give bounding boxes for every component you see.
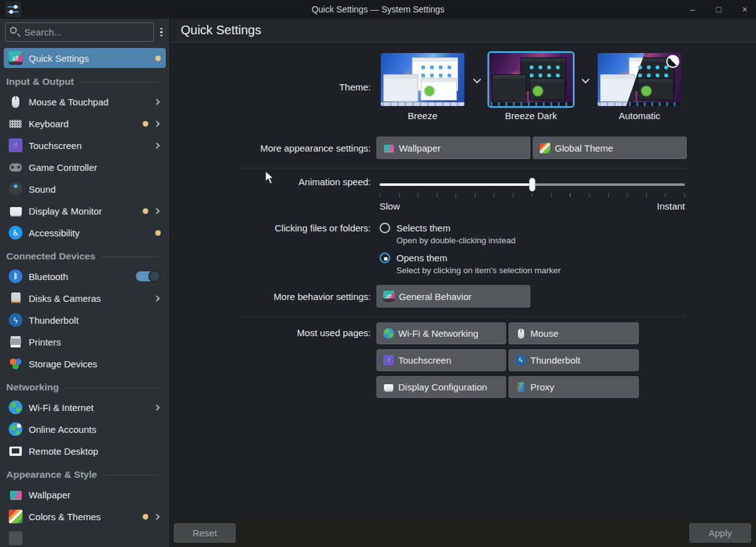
section-header-connected-devices: Connected Devices bbox=[6, 251, 165, 262]
sidebar-item-printers[interactable]: Printers bbox=[4, 332, 166, 352]
theme-option-label: Automatic bbox=[619, 110, 661, 121]
sidebar-item-accessibility[interactable]: ♿ Accessibility bbox=[4, 223, 166, 243]
theme-option-breeze[interactable]: Breeze bbox=[381, 53, 464, 121]
slider-max-label: Instant bbox=[657, 201, 685, 211]
bluetooth-toggle[interactable] bbox=[136, 271, 160, 281]
most-used-wifi-networking-button[interactable]: Wi-Fi & Networking bbox=[376, 322, 506, 344]
breeze-variant-dropdown[interactable] bbox=[464, 53, 489, 82]
global-theme-icon bbox=[540, 143, 550, 153]
sidebar-item-thunderbolt[interactable]: ϟ Thunderbolt bbox=[4, 310, 166, 330]
bluetooth-icon: ᛒ bbox=[9, 269, 22, 283]
breeze-dark-preview[interactable] bbox=[489, 53, 573, 106]
radio-opens-description: Select by clicking on item's selection m… bbox=[396, 266, 561, 275]
wallpaper-button[interactable]: Wallpaper bbox=[376, 137, 530, 159]
chevron-right-icon bbox=[154, 208, 160, 214]
theme-option-automatic[interactable]: Automatic bbox=[598, 53, 681, 121]
minimize-button[interactable]: – bbox=[687, 4, 697, 14]
sidebar-item-colors-themes[interactable]: Colors & Themes bbox=[4, 506, 166, 526]
breeze-dark-variant-dropdown[interactable] bbox=[573, 53, 598, 82]
section-header-appearance-style: Appearance & Style bbox=[6, 469, 165, 480]
most-used-thunderbolt-button[interactable]: ϟ Thunderbolt bbox=[509, 349, 639, 371]
most-used-display-configuration-button[interactable]: Display Configuration bbox=[376, 376, 506, 398]
theme-row: Theme: bbox=[240, 53, 756, 121]
window-title: Quick Settings — System Settings bbox=[0, 4, 756, 14]
chevron-right-icon bbox=[154, 295, 160, 301]
sidebar-item-partial[interactable] bbox=[4, 528, 166, 547]
printer-icon bbox=[9, 335, 22, 349]
radio-opens-them[interactable]: Opens them bbox=[380, 253, 561, 263]
animation-speed-slider[interactable] bbox=[380, 178, 685, 191]
sidebar-item-wallpaper[interactable]: Wallpaper bbox=[4, 485, 166, 505]
most-used-touchscreen-button[interactable]: ☝ Touchscreen bbox=[376, 349, 506, 371]
sidebar-item-bluetooth[interactable]: ᛒ Bluetooth bbox=[4, 266, 166, 286]
sidebar-item-display-monitor[interactable]: Display & Monitor bbox=[4, 201, 166, 221]
sidebar-item-remote-desktop[interactable]: Remote Desktop bbox=[4, 441, 166, 461]
wallpaper-icon bbox=[9, 488, 22, 501]
automatic-preview[interactable] bbox=[598, 53, 681, 106]
sidebar-item-quick-settings[interactable]: ⇄ Quick Settings bbox=[4, 48, 166, 68]
main-area: Quick Settings Theme: bbox=[170, 19, 756, 547]
theme-option-breeze-dark[interactable]: Breeze Dark bbox=[489, 53, 573, 121]
sidebar-item-touchscreen[interactable]: ☝ Touchscreen bbox=[4, 135, 166, 155]
maximize-button[interactable]: □ bbox=[714, 4, 724, 14]
appearance-settings-label: More appearance settings: bbox=[240, 143, 371, 153]
game-controller-icon bbox=[9, 160, 22, 174]
sidebar-item-disks-cameras[interactable]: Disks & Cameras bbox=[4, 288, 166, 308]
radio-button-selected-icon[interactable] bbox=[380, 253, 390, 263]
sidebar-item-game-controller[interactable]: Game Controller bbox=[4, 157, 166, 177]
general-behavior-icon: ⇄ bbox=[383, 291, 395, 302]
theme-option-label: Breeze Dark bbox=[505, 110, 557, 121]
sidebar-item-sound[interactable]: Sound bbox=[4, 179, 166, 199]
menu-icon[interactable] bbox=[156, 22, 166, 42]
most-used-proxy-button[interactable]: Proxy bbox=[509, 376, 639, 398]
chevron-right-icon bbox=[154, 142, 160, 148]
mouse-icon bbox=[9, 95, 22, 109]
sidebar-item-mouse-touchpad[interactable]: Mouse & Touchpad bbox=[4, 92, 166, 112]
general-behavior-button[interactable]: ⇄ General Behavior bbox=[376, 285, 530, 307]
generic-icon bbox=[9, 531, 22, 545]
sound-icon bbox=[9, 182, 22, 196]
storage-icon bbox=[9, 357, 22, 370]
clicking-row: Clicking files or folders: Selects them … bbox=[240, 223, 756, 275]
animation-slider-fill bbox=[380, 183, 532, 186]
thunderbolt-icon: ϟ bbox=[515, 355, 526, 365]
sidebar-item-online-accounts[interactable]: Online Accounts bbox=[4, 419, 166, 439]
system-settings-window: Quick Settings — System Settings – □ × ⇄… bbox=[0, 0, 756, 547]
global-theme-button[interactable]: Global Theme bbox=[533, 137, 687, 159]
apply-button[interactable]: Apply bbox=[689, 523, 751, 543]
clicking-label: Clicking files or folders: bbox=[240, 223, 371, 233]
divider bbox=[240, 168, 686, 168]
radio-button-icon[interactable] bbox=[380, 223, 390, 233]
titlebar[interactable]: Quick Settings — System Settings – □ × bbox=[0, 0, 756, 19]
mouse-cursor bbox=[265, 170, 276, 185]
theme-label: Theme: bbox=[240, 82, 371, 92]
most-used-mouse-button[interactable]: Mouse bbox=[509, 322, 639, 344]
footer-bar: Reset Apply bbox=[170, 518, 756, 547]
sidebar-item-keyboard[interactable]: Keyboard bbox=[4, 114, 166, 133]
touchscreen-icon: ☝ bbox=[9, 138, 22, 152]
globe-icon bbox=[9, 400, 22, 414]
search-input[interactable] bbox=[5, 22, 154, 42]
modified-dot-icon bbox=[155, 56, 161, 61]
chevron-right-icon bbox=[154, 513, 160, 520]
most-used-label: Most used pages: bbox=[240, 322, 371, 338]
reset-button[interactable]: Reset bbox=[174, 523, 236, 543]
sidebar-item-wifi-internet[interactable]: Wi-Fi & Internet bbox=[4, 397, 166, 417]
sidebar: ⇄ Quick Settings Input & Output Mouse & … bbox=[0, 19, 170, 547]
chevron-down-icon bbox=[581, 75, 590, 84]
slider-min-label: Slow bbox=[380, 201, 400, 211]
colors-themes-icon bbox=[9, 510, 22, 523]
breeze-preview[interactable] bbox=[381, 53, 464, 106]
modified-dot-icon bbox=[143, 121, 148, 127]
behavior-settings-label: More behavior settings: bbox=[240, 291, 371, 302]
content: Theme: bbox=[170, 42, 756, 518]
chevron-right-icon bbox=[154, 404, 160, 410]
radio-selects-them[interactable]: Selects them bbox=[380, 223, 561, 233]
most-used-row: Most used pages: Wi-Fi & Networking Mous… bbox=[240, 322, 756, 398]
appearance-settings-row: More appearance settings: Wallpaper Glob… bbox=[240, 137, 756, 159]
remote-desktop-icon bbox=[9, 444, 22, 458]
animation-slider-handle[interactable] bbox=[529, 178, 535, 191]
sidebar-item-storage-devices[interactable]: Storage Devices bbox=[4, 354, 166, 374]
close-button[interactable]: × bbox=[740, 4, 750, 14]
sidebar-list: ⇄ Quick Settings Input & Output Mouse & … bbox=[0, 46, 170, 547]
